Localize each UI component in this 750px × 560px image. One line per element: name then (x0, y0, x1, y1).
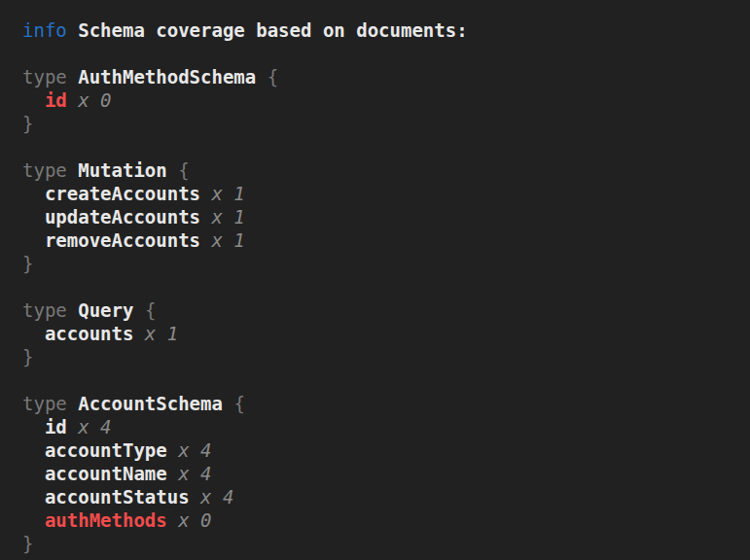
usage-count: x 1 (211, 206, 244, 228)
usage-count: x 1 (145, 323, 178, 344)
block-footer: } (22, 252, 742, 275)
block-footer: } (22, 345, 742, 368)
field-name: accountName (45, 463, 167, 484)
field-name: createAccounts (45, 183, 200, 204)
field-name: accounts (45, 323, 134, 344)
type-keyword: type (22, 299, 67, 321)
type-block-mutation: type Mutation { createAccounts x 1 updat… (22, 158, 742, 275)
close-brace: } (22, 253, 33, 274)
type-block-accountschema: type AccountSchema { id x 4 accountType … (22, 392, 742, 555)
close-brace: } (22, 113, 33, 134)
field-line: accountStatus x 4 (22, 485, 742, 508)
type-keyword: type (22, 159, 67, 181)
field-name: id (45, 416, 67, 438)
field-name: updateAccounts (45, 206, 200, 228)
info-line: info Schema coverage based on documents: (22, 18, 742, 42)
usage-count: x 4 (178, 463, 211, 484)
field-line: accountName x 4 (22, 462, 742, 485)
type-name: Query (78, 299, 133, 321)
info-message: Schema coverage based on documents: (78, 19, 467, 41)
field-line: accountType x 4 (22, 438, 742, 462)
block-footer: } (22, 532, 742, 555)
usage-count: x 0 (178, 509, 211, 531)
terminal-output: info Schema coverage based on documents:… (0, 0, 750, 555)
type-header: type AccountSchema { (22, 392, 742, 415)
open-brace: { (178, 159, 189, 181)
type-keyword: type (22, 393, 67, 414)
usage-count: x 0 (78, 89, 111, 111)
type-keyword: type (22, 66, 67, 88)
type-block-query: type Query { accounts x 1 } (22, 298, 742, 368)
usage-count: x 4 (178, 439, 211, 461)
field-name: accountType (45, 439, 167, 461)
field-line: id x 0 (22, 88, 742, 112)
type-block-authmethodschema: type AuthMethodSchema { id x 0 } (22, 65, 742, 135)
field-line: accounts x 1 (22, 322, 742, 345)
usage-count: x 4 (200, 486, 233, 508)
type-name: AccountSchema (78, 393, 223, 414)
type-header: type AuthMethodSchema { (22, 65, 742, 88)
field-line: authMethods x 0 (22, 508, 742, 532)
type-header: type Query { (22, 298, 742, 322)
field-name: id (45, 89, 67, 111)
field-line: id x 4 (22, 415, 742, 438)
close-brace: } (22, 346, 33, 368)
field-line: removeAccounts x 1 (22, 228, 742, 252)
type-name: AuthMethodSchema (78, 66, 256, 88)
field-line: updateAccounts x 1 (22, 205, 742, 228)
close-brace: } (22, 533, 33, 554)
usage-count: x 1 (211, 183, 244, 204)
field-name: removeAccounts (45, 229, 200, 251)
usage-count: x 1 (211, 229, 244, 251)
usage-count: x 4 (78, 416, 111, 438)
type-header: type Mutation { (22, 158, 742, 182)
block-footer: } (22, 112, 742, 135)
open-brace: { (145, 299, 156, 321)
field-line: createAccounts x 1 (22, 182, 742, 205)
log-level-info: info (22, 19, 67, 41)
type-name: Mutation (78, 159, 167, 181)
open-brace: { (268, 66, 278, 88)
open-brace: { (233, 393, 244, 414)
field-name: authMethods (45, 509, 167, 531)
field-name: accountStatus (45, 486, 190, 508)
